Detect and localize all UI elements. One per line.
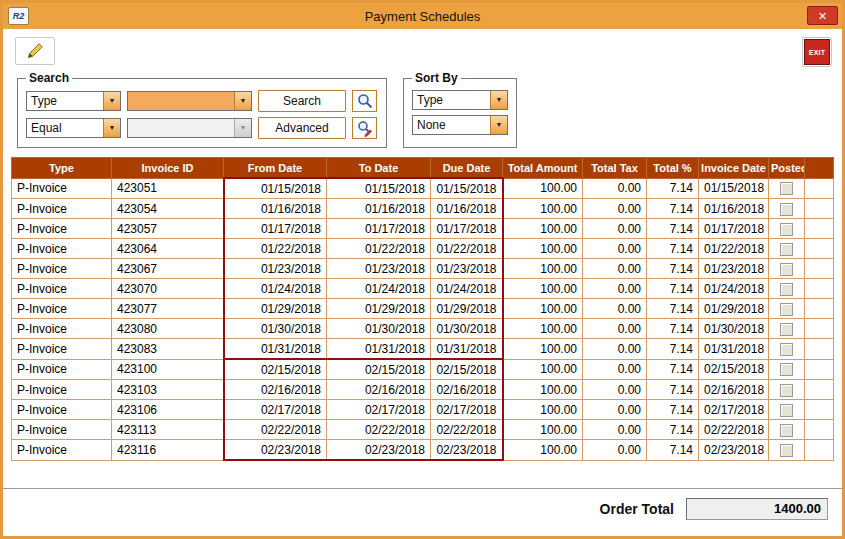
cell-filler — [805, 219, 834, 239]
cell-from_date: 02/22/2018 — [224, 420, 327, 440]
posted-checkbox[interactable] — [780, 424, 793, 437]
posted-checkbox[interactable] — [780, 203, 793, 216]
cell-filler — [805, 178, 834, 199]
posted-checkbox[interactable] — [780, 303, 793, 316]
posted-checkbox[interactable] — [780, 283, 793, 296]
cell-type: P-Invoice — [12, 239, 112, 259]
cell-filler — [805, 299, 834, 319]
column-header[interactable]: Type — [12, 158, 112, 179]
cell-type: P-Invoice — [12, 420, 112, 440]
cell-total_tax: 0.00 — [583, 420, 647, 440]
chevron-down-icon[interactable]: ▼ — [490, 116, 507, 134]
exit-button[interactable]: EXIT — [802, 37, 832, 67]
window-title: Payment Schedules — [3, 9, 842, 24]
posted-checkbox[interactable] — [780, 444, 793, 457]
posted-checkbox[interactable] — [780, 343, 793, 356]
cell-total_tax: 0.00 — [583, 299, 647, 319]
search-groupbox: Search Type ▼ ▼ Search — [17, 71, 387, 148]
cell-posted — [769, 299, 805, 319]
posted-checkbox[interactable] — [780, 182, 793, 195]
cell-filler — [805, 239, 834, 259]
table-header-row: TypeInvoice IDFrom DateTo DateDue DateTo… — [12, 158, 834, 179]
table-row[interactable]: P-Invoice42306401/22/201801/22/201801/22… — [12, 239, 834, 259]
cell-type: P-Invoice — [12, 359, 112, 380]
cell-invoice_date: 01/24/2018 — [699, 279, 769, 299]
search-value-text — [128, 92, 234, 110]
table-row[interactable]: P-Invoice42310002/15/201802/15/201802/15… — [12, 359, 834, 380]
cell-from_date: 02/23/2018 — [224, 440, 327, 461]
search-operator-value: Equal — [27, 119, 103, 137]
table-row[interactable]: P-Invoice42311302/22/201802/22/201802/22… — [12, 420, 834, 440]
posted-checkbox[interactable] — [780, 384, 793, 397]
cell-filler — [805, 420, 834, 440]
posted-checkbox[interactable] — [780, 263, 793, 276]
column-header[interactable]: To Date — [327, 158, 431, 179]
advanced-find-button[interactable] — [352, 117, 377, 139]
close-button[interactable]: ✕ — [807, 6, 838, 25]
column-header[interactable]: Invoice ID — [112, 158, 224, 179]
cell-from_date: 02/16/2018 — [224, 380, 327, 400]
cell-filler — [805, 259, 834, 279]
posted-checkbox[interactable] — [780, 323, 793, 336]
cell-filler — [805, 339, 834, 360]
posted-checkbox[interactable] — [780, 223, 793, 236]
search-operator-value-combo[interactable]: ▼ — [127, 118, 252, 138]
cell-invoice_id: 423077 — [112, 299, 224, 319]
table-row[interactable]: P-Invoice42311602/23/201802/23/201802/23… — [12, 440, 834, 461]
cell-total_pct: 7.14 — [647, 339, 699, 360]
column-header[interactable]: Total % — [647, 158, 699, 179]
cell-posted — [769, 400, 805, 420]
search-button[interactable]: Search — [258, 90, 346, 112]
sort-primary-combo[interactable]: Type ▼ — [412, 90, 508, 110]
cell-type: P-Invoice — [12, 259, 112, 279]
table-row[interactable]: P-Invoice42307701/29/201801/29/201801/29… — [12, 299, 834, 319]
advanced-button[interactable]: Advanced — [258, 117, 346, 139]
posted-checkbox[interactable] — [780, 404, 793, 417]
table-row[interactable]: P-Invoice42305401/16/201801/16/201801/16… — [12, 199, 834, 219]
column-header[interactable]: Invoice Date — [699, 158, 769, 179]
table-row[interactable]: P-Invoice42308001/30/201801/30/201801/30… — [12, 319, 834, 339]
titlebar[interactable]: R2 Payment Schedules ✕ — [3, 3, 842, 29]
cell-to_date: 01/17/2018 — [327, 219, 431, 239]
cell-invoice_id: 423100 — [112, 359, 224, 380]
table-row[interactable]: P-Invoice42308301/31/201801/31/201801/31… — [12, 339, 834, 360]
cell-total_tax: 0.00 — [583, 279, 647, 299]
chevron-down-icon[interactable]: ▼ — [234, 119, 251, 137]
cell-type: P-Invoice — [12, 279, 112, 299]
table-row[interactable]: P-Invoice42305701/17/201801/17/201801/17… — [12, 219, 834, 239]
edit-button[interactable] — [15, 37, 55, 65]
cell-total_amount: 100.00 — [503, 359, 583, 380]
cell-to_date: 02/16/2018 — [327, 380, 431, 400]
chevron-down-icon[interactable]: ▼ — [490, 91, 507, 109]
cell-invoice_date: 01/22/2018 — [699, 239, 769, 259]
search-operator-combo[interactable]: Equal ▼ — [26, 118, 121, 138]
chevron-down-icon[interactable]: ▼ — [103, 92, 120, 110]
posted-checkbox[interactable] — [780, 363, 793, 376]
column-header[interactable]: From Date — [224, 158, 327, 179]
table-row[interactable]: P-Invoice42305101/15/201801/15/201801/15… — [12, 178, 834, 199]
cell-type: P-Invoice — [12, 199, 112, 219]
order-total-label: Order Total — [600, 501, 674, 517]
table-row[interactable]: P-Invoice42307001/24/201801/24/201801/24… — [12, 279, 834, 299]
search-value-combo[interactable]: ▼ — [127, 91, 252, 111]
table-row[interactable]: P-Invoice42310302/16/201802/16/201802/16… — [12, 380, 834, 400]
pencil-icon — [24, 40, 46, 62]
table-row[interactable]: P-Invoice42310602/17/201802/17/201802/17… — [12, 400, 834, 420]
search-field-combo[interactable]: Type ▼ — [26, 91, 121, 111]
chevron-down-icon[interactable]: ▼ — [103, 119, 120, 137]
cell-total_amount: 100.00 — [503, 380, 583, 400]
column-header[interactable]: Total Tax — [583, 158, 647, 179]
sort-secondary-combo[interactable]: None ▼ — [412, 115, 508, 135]
column-header[interactable]: Posted — [769, 158, 805, 179]
column-header[interactable]: Total Amount — [503, 158, 583, 179]
cell-from_date: 01/29/2018 — [224, 299, 327, 319]
cell-invoice_date: 02/17/2018 — [699, 400, 769, 420]
table-row[interactable]: P-Invoice42306701/23/201801/23/201801/23… — [12, 259, 834, 279]
find-button[interactable] — [352, 90, 377, 112]
search-legend: Search — [26, 71, 72, 85]
column-header[interactable]: Due Date — [431, 158, 503, 179]
cell-filler — [805, 440, 834, 461]
chevron-down-icon[interactable]: ▼ — [234, 92, 251, 110]
posted-checkbox[interactable] — [780, 243, 793, 256]
cell-total_amount: 100.00 — [503, 299, 583, 319]
